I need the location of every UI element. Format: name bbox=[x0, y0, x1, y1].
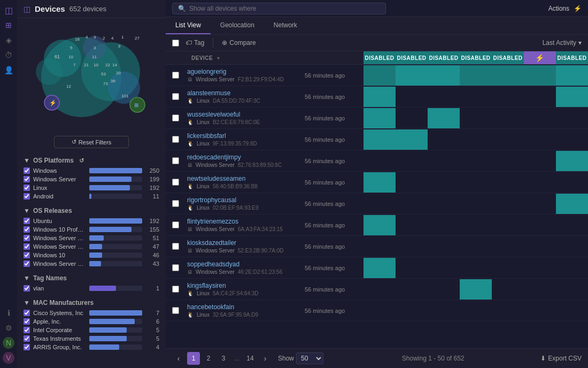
actions-button[interactable]: Actions bbox=[548, 5, 569, 12]
filter-winsrv-checkbox[interactable] bbox=[24, 176, 30, 182]
mac-manufacturers-header[interactable]: ▼ MAC Manufacturers bbox=[24, 299, 159, 306]
filter-winsrv2019-checkbox[interactable] bbox=[24, 260, 30, 267]
lightning-icon[interactable]: ⚡ bbox=[574, 5, 582, 12]
row-checkbox[interactable] bbox=[172, 286, 179, 293]
row-data-cells bbox=[363, 87, 588, 107]
device-name-link[interactable]: hancebetookfain bbox=[187, 303, 303, 311]
tab-network[interactable]: Network bbox=[264, 17, 307, 34]
filter-item-winsrv: Windows Server 199 bbox=[24, 175, 159, 183]
data-cell-5 bbox=[524, 236, 556, 257]
filter-ubuntu-bar-wrap bbox=[89, 218, 142, 224]
device-name-link[interactable]: aguelongrerig bbox=[187, 68, 303, 75]
row-checkbox-wrap bbox=[166, 243, 185, 250]
filter-cisco-count: 7 bbox=[145, 310, 159, 316]
filter-win10pro-checkbox[interactable] bbox=[24, 226, 30, 233]
data-cell-3 bbox=[460, 108, 492, 128]
os-releases-header[interactable]: ▼ OS Releases bbox=[24, 207, 159, 214]
disabled-col-4[interactable]: DISABLED bbox=[460, 51, 492, 64]
filter-texas-checkbox[interactable] bbox=[24, 335, 30, 342]
nav-user-icon[interactable]: 👤 bbox=[3, 64, 14, 76]
device-count: 652 devices bbox=[69, 5, 106, 13]
filter-ubuntu-checkbox[interactable] bbox=[24, 218, 30, 224]
device-name-link[interactable]: redoescadentjimpy bbox=[187, 154, 303, 161]
disabled-col-2[interactable]: DISABLED bbox=[396, 51, 428, 64]
row-checkbox[interactable] bbox=[172, 72, 179, 79]
search-bar[interactable]: 🔍 bbox=[172, 3, 386, 14]
row-last-activity: 56 minutes ago bbox=[305, 201, 363, 207]
page-2-button[interactable]: 2 bbox=[202, 352, 215, 365]
data-cell-1 bbox=[396, 258, 428, 278]
filter-vlan-checkbox[interactable] bbox=[24, 285, 30, 292]
nav-avatar2[interactable]: V bbox=[3, 352, 14, 364]
nav-time-icon[interactable]: ⏱ bbox=[3, 49, 14, 61]
data-cell-1 bbox=[396, 172, 428, 193]
filter-windows-checkbox[interactable] bbox=[24, 167, 30, 174]
device-name-link[interactable]: flintytrienemezzos bbox=[187, 218, 303, 225]
row-checkbox[interactable] bbox=[172, 157, 179, 164]
search-input[interactable] bbox=[189, 5, 380, 12]
filter-cisco-checkbox[interactable] bbox=[24, 310, 30, 316]
filter-arris-checkbox[interactable] bbox=[24, 344, 30, 350]
filter-apple-checkbox[interactable] bbox=[24, 318, 30, 325]
row-checkbox[interactable] bbox=[172, 243, 179, 250]
disabled-col-3[interactable]: DISABLED bbox=[428, 51, 460, 64]
row-checkbox[interactable] bbox=[172, 307, 179, 314]
filter-win10-checkbox[interactable] bbox=[24, 252, 30, 258]
device-name-link[interactable]: newtseludesseamen bbox=[187, 175, 303, 182]
disabled-col-5[interactable]: DISABLED bbox=[492, 51, 524, 64]
page-14-button[interactable]: 14 bbox=[244, 352, 257, 365]
prev-page-button[interactable]: ‹ bbox=[172, 352, 185, 365]
nav-settings-icon[interactable]: ⚙ bbox=[3, 322, 14, 334]
page-1-button[interactable]: 1 bbox=[187, 352, 200, 365]
filter-intel-checkbox[interactable] bbox=[24, 327, 30, 333]
device-name-link[interactable]: kiosksdazedtailer bbox=[187, 239, 303, 247]
row-checkbox[interactable] bbox=[172, 264, 179, 271]
filter-android-checkbox[interactable] bbox=[24, 193, 30, 200]
row-checkbox[interactable] bbox=[172, 221, 179, 228]
compare-button[interactable]: ⊕ Compare bbox=[222, 39, 256, 47]
nav-avatar[interactable]: N bbox=[3, 337, 14, 349]
device-name-link[interactable]: rigortrophycausal bbox=[187, 196, 303, 204]
last-activity-button[interactable]: Last Activity ▾ bbox=[543, 39, 582, 47]
filter-winsrv2016data-checkbox[interactable] bbox=[24, 235, 30, 241]
filter-winsrv2016-label: Windows Server 2016 bbox=[33, 243, 86, 250]
nav-chart-icon[interactable]: ◈ bbox=[3, 34, 14, 46]
device-header-label: Device bbox=[191, 55, 213, 61]
row-last-activity: 56 minutes ago bbox=[305, 94, 363, 100]
row-last-activity: 56 minutes ago bbox=[305, 136, 363, 143]
data-cell-1 bbox=[396, 108, 428, 128]
nav-grid-icon[interactable]: ⊞ bbox=[3, 19, 14, 31]
tag-button[interactable]: 🏷 Tag bbox=[185, 39, 204, 47]
device-mac-address: 9F:13:99:35:79:8D bbox=[213, 141, 257, 147]
device-name-link[interactable]: soppedheadsdyad bbox=[187, 260, 303, 268]
data-cell-5 bbox=[524, 129, 556, 150]
row-checkbox[interactable] bbox=[172, 93, 179, 100]
device-name-link[interactable]: wusseslevelwoeful bbox=[187, 111, 303, 118]
row-checkbox[interactable] bbox=[172, 114, 179, 121]
reset-filters-button[interactable]: ↺ Reset Filters bbox=[54, 136, 129, 148]
page-3-button[interactable]: 3 bbox=[217, 352, 230, 365]
filter-linux-checkbox[interactable] bbox=[24, 185, 30, 191]
row-checkbox[interactable] bbox=[172, 200, 179, 207]
tab-list-view[interactable]: List View bbox=[166, 17, 211, 34]
device-name-link[interactable]: lickersibbsfarl bbox=[187, 132, 303, 140]
tag-names-header[interactable]: ▼ Tag Names bbox=[24, 274, 159, 282]
nav-info-icon[interactable]: ℹ bbox=[3, 307, 14, 319]
device-name-link[interactable]: kingsflaysiren bbox=[187, 282, 303, 289]
disabled-col-1[interactable]: DISABLED bbox=[363, 51, 396, 64]
row-checkbox[interactable] bbox=[172, 136, 179, 143]
os-platforms-header[interactable]: ▼ OS Platforms ↺ bbox=[24, 157, 159, 164]
select-all-checkbox[interactable] bbox=[172, 40, 179, 47]
device-mac-address: B2:CE:E6:79:8C:0E bbox=[213, 119, 260, 125]
tab-geolocation[interactable]: Geolocation bbox=[211, 17, 264, 34]
export-csv-button[interactable]: ⬇ Export CSV bbox=[540, 355, 582, 362]
next-page-button[interactable]: › bbox=[259, 352, 272, 365]
row-checkbox[interactable] bbox=[172, 179, 179, 186]
refresh-icon[interactable]: ↺ bbox=[79, 157, 84, 164]
device-name-link[interactable]: alansteenmuse bbox=[187, 89, 303, 97]
disabled-col-6-active[interactable]: ⚡ bbox=[524, 51, 556, 64]
device-meta: 🐧 Linux 32:6A:9F:95:9A:D9 bbox=[187, 312, 303, 318]
disabled-col-7[interactable]: DISABLED bbox=[556, 51, 588, 64]
show-count-select[interactable]: 50 25 100 bbox=[296, 352, 323, 364]
filter-winsrv2016-checkbox[interactable] bbox=[24, 243, 30, 250]
